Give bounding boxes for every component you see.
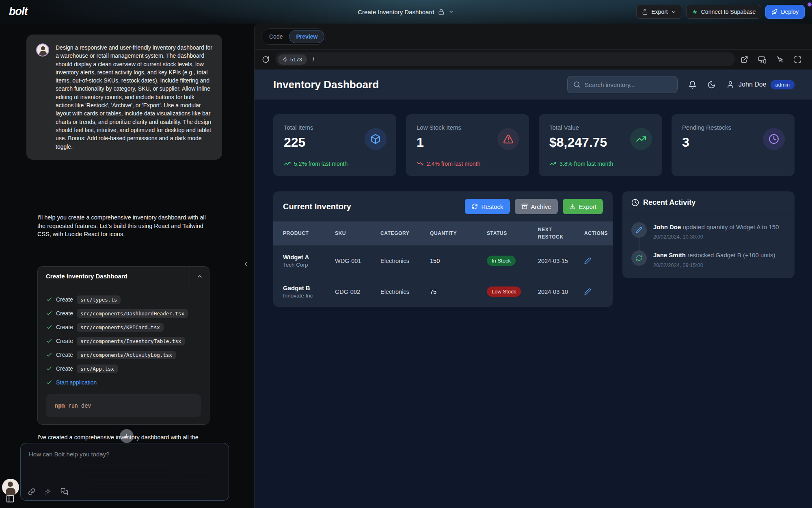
sparkles-icon[interactable] [44,488,52,495]
start-application-link[interactable]: Start application [56,379,97,386]
edit-pencil-icon[interactable] [584,288,603,295]
activity-action: restocked Gadget B (+100 units) [687,252,775,258]
archive-icon [521,203,528,210]
supabase-zap-icon [692,9,698,15]
account-avatar[interactable] [2,479,19,496]
external-link-icon[interactable] [741,56,748,63]
product-supplier: Innovate Inc [283,293,335,299]
reload-icon[interactable] [262,56,270,63]
dark-mode-toggle-moon-icon[interactable] [707,80,716,89]
action-verb: Create [56,352,73,358]
collapse-chat-button[interactable] [242,260,250,268]
file-chip[interactable]: src/App.tsx [77,365,118,373]
file-chip[interactable]: src/components/InventoryTable.tsx [77,337,185,345]
check-icon [46,352,52,358]
search-input[interactable] [585,81,672,88]
cell-next-restock: 2024-03-15 [538,258,584,264]
user-icon [726,80,734,89]
download-icon [569,203,576,210]
fullscreen-icon[interactable] [794,56,801,63]
panel-left-icon[interactable] [6,494,15,503]
cell-quantity[interactable]: 75 [430,289,487,295]
user-message-text: Design a responsive and user-friendly in… [56,43,212,151]
activity-action: updated quantity of Widget A to 150 [683,224,779,230]
artifact-title: Create Inventory Dashboard [38,267,190,286]
project-title-menu[interactable]: Create Inventory Dashboard [358,9,454,15]
command-block: npm run dev [46,394,201,417]
chevron-up-icon [197,273,203,280]
assistant-followup: I've created a comprehensive inventory d… [37,434,212,441]
table-row[interactable]: Widget A Tech Corp WDG-001 Electronics 1… [273,245,613,276]
inventory-title: Current Inventory [283,202,351,211]
table-row[interactable]: Gadget B Innovate Inc GDG-002 Electronic… [273,276,613,307]
archive-button[interactable]: Archive [515,199,558,214]
supabase-label: Connect to Supabase [701,9,756,15]
trending-up-icon [549,160,556,167]
kpi-delta-text: 3.8% from last month [559,161,613,167]
artifact-action-row: Create src/components/InventoryTable.tsx [46,334,201,348]
activity-title: Recent Activity [643,198,695,207]
deploy-button[interactable]: Deploy [765,5,805,19]
trending-up-icon [630,128,652,150]
artifact-collapse-button[interactable] [190,267,209,286]
project-title: Create Inventory Dashboard [358,9,434,15]
inventory-search[interactable] [567,76,678,93]
file-chip[interactable]: src/components/ActivityLog.tsx [77,351,176,359]
action-verb: Create [56,296,73,303]
cell-quantity[interactable]: 150 [430,258,487,264]
check-icon [46,365,52,372]
file-chip[interactable]: src/components/DashboardHeader.tsx [77,309,188,318]
kpi-cards: Total Items 225 5.2% from last month Low… [273,114,795,176]
clock-icon [763,128,785,150]
col-sku: SKU [335,230,380,237]
file-chip[interactable]: src/types.ts [77,295,121,304]
port-pill[interactable]: 5173 [278,54,307,65]
check-icon [46,310,52,317]
tab-preview[interactable]: Preview [289,30,324,43]
col-product: Product [283,230,335,237]
file-chip[interactable]: src/components/KPICard.tsx [77,323,164,332]
user-menu[interactable]: John Doe admin [726,80,795,89]
port-number: 5173 [290,56,302,63]
restock-label: Restock [481,203,503,210]
rocket-icon [771,9,777,15]
connect-supabase-button[interactable]: Connect to Supabase [686,5,762,19]
status-badge: Low Stock [487,287,521,297]
app-preview: Inventory Dashboard [255,69,812,508]
action-verb: Create [56,338,73,344]
kpi-delta-text: 2.4% from last month [427,161,480,167]
top-bar: bolt Create Inventory Dashboard Export C… [0,0,812,24]
chat-panel: Design a responsive and user-friendly in… [0,24,254,508]
restock-button[interactable]: Restock [465,199,510,214]
command-args: run dev [68,402,91,409]
export-csv-label: Export [579,203,596,210]
export-csv-button[interactable]: Export [563,199,603,214]
edit-pencil-icon[interactable] [584,257,603,264]
kpi-total-value: Total Value $8,247.75 3.8% from last mon… [539,114,662,176]
assistant-intro: I'll help you create a comprehensive inv… [37,213,209,239]
export-button[interactable]: Export [636,5,682,19]
app-title: Inventory Dashboard [273,78,379,91]
cell-next-restock: 2024-03-10 [538,289,584,295]
devices-icon[interactable] [758,55,767,64]
pointer-off-icon[interactable] [776,56,784,63]
product-name: Gadget B [283,284,335,291]
chevron-down-icon [671,9,676,15]
bell-icon[interactable] [688,80,697,89]
clock-icon [631,199,639,206]
chat-input[interactable]: How can Bolt help you today? [20,443,229,501]
activity-item: Jane Smith restocked Gadget B (+100 unit… [631,250,786,268]
blurred-content [82,477,216,486]
user-message: Design a responsive and user-friendly in… [26,35,222,160]
address-bar[interactable]: 5173 / [275,52,735,66]
check-icon [46,379,52,386]
check-icon [46,324,52,330]
tab-code[interactable]: Code [263,30,289,43]
start-application-row: Start application [46,376,201,389]
activity-time: 20/02/2024, 10:30:00 [653,234,779,240]
messages-icon[interactable] [60,488,68,495]
bolt-logo[interactable]: bolt [9,5,27,18]
activity-user: Jane Smith [653,252,686,258]
link-icon[interactable] [28,488,35,495]
check-icon [46,338,52,344]
